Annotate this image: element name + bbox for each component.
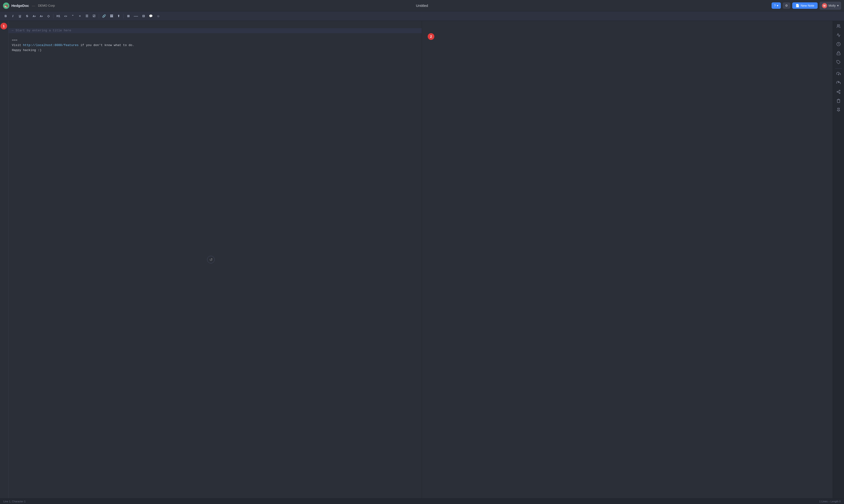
svg-rect-4 <box>837 53 840 55</box>
right-sidebar <box>832 21 844 498</box>
code-button[interactable]: <> <box>62 13 69 19</box>
question-mark-icon: ? <box>774 4 776 7</box>
pin-icon <box>837 108 841 113</box>
editor-panel: 1 1 ← Start by entering a title here ===… <box>0 21 422 498</box>
editor-body-line1: Visit http://localhost:8080/features if … <box>12 43 134 47</box>
user-menu-button[interactable]: M Molly ▾ <box>820 2 841 10</box>
toolbar-divider-1 <box>53 14 53 18</box>
sidebar-tags-button[interactable] <box>834 58 843 67</box>
status-bar: Line 1, Character 1 1 Lines – Length 0 <box>0 498 844 504</box>
tags-icon <box>837 60 841 65</box>
hrule-button[interactable]: — <box>132 13 140 19</box>
sidebar-push-button[interactable] <box>834 70 843 78</box>
list-button[interactable]: ☰ <box>84 13 90 19</box>
chart-icon <box>837 33 841 38</box>
main-content: 1 1 ← Start by entering a title here ===… <box>0 21 844 498</box>
user-name: Molly <box>829 4 836 7</box>
settings-button[interactable]: ⚙ <box>783 2 790 9</box>
checklist-button[interactable]: ☑ <box>91 13 97 19</box>
align-button[interactable]: ≡ <box>76 13 83 19</box>
new-note-doc-icon: 📄 <box>795 4 799 7</box>
italic-button[interactable]: I <box>10 13 16 19</box>
app-name: HedgeDoc <box>12 3 29 7</box>
svg-point-10 <box>839 92 840 94</box>
sidebar-lock-button[interactable] <box>834 49 843 58</box>
toggle-arrow-icon: ↺ <box>209 257 212 262</box>
table-button[interactable]: ⊞ <box>125 13 132 19</box>
svg-point-8 <box>839 90 840 91</box>
quote-button[interactable]: " <box>69 13 76 19</box>
svg-line-12 <box>838 91 839 92</box>
user-chevron-icon: ▾ <box>837 4 839 7</box>
new-note-button[interactable]: 📄 New Note <box>792 2 817 9</box>
svg-line-11 <box>838 92 839 93</box>
sidebar-history-button[interactable] <box>834 40 843 49</box>
push-icon <box>837 72 841 77</box>
upload-button[interactable]: ⬆ <box>115 13 122 19</box>
sidebar-pull-button[interactable] <box>834 79 843 88</box>
preview-panel: 2 <box>422 21 832 498</box>
help-chevron-icon: ▾ <box>777 4 778 7</box>
link-button[interactable]: 🔗 <box>101 13 107 19</box>
svg-text:🦔: 🦔 <box>4 3 8 8</box>
bold-button[interactable]: B <box>2 13 9 19</box>
users-icon <box>837 24 841 29</box>
sidebar-users-button[interactable] <box>834 22 843 31</box>
share-icon <box>837 90 841 95</box>
editor-body-line2: Happy hacking :) <box>12 49 41 52</box>
tour-badge-2: 2 <box>428 33 434 40</box>
sidebar-pin-button[interactable] <box>834 106 843 114</box>
line-numbers: 1 <box>0 21 8 498</box>
sidebar-analytics-button[interactable] <box>834 31 843 40</box>
gear-icon: ⚙ <box>785 4 788 7</box>
document-title: Untitled <box>416 3 428 7</box>
editor-content[interactable]: ← Start by entering a title here === Vis… <box>8 21 422 498</box>
hedgedoc-logo-icon: 🦔 <box>3 2 10 9</box>
emoji-button[interactable]: ☺ <box>155 13 161 19</box>
pull-icon <box>837 81 841 86</box>
image-button[interactable]: 🖼 <box>108 13 115 19</box>
underline-button[interactable]: U <box>17 13 23 19</box>
mark-button[interactable]: ◇ <box>45 13 52 19</box>
logo-area: 🦔 HedgeDoc — DEMO Corp <box>3 2 55 9</box>
user-initial: M <box>823 4 826 7</box>
sidebar-divider <box>835 68 842 69</box>
panel-toggle-button[interactable]: ↺ <box>207 256 215 264</box>
clock-icon <box>837 42 841 47</box>
line-number: 1 <box>2 24 6 29</box>
svg-point-2 <box>837 24 839 26</box>
sidebar-delete-button[interactable] <box>834 97 843 106</box>
avatar: M <box>822 3 827 8</box>
org-separator: — <box>32 4 35 7</box>
svg-point-9 <box>837 91 838 92</box>
subscript-button[interactable]: Ax <box>31 13 37 19</box>
editor-toolbar: B I U S Ax Ax ◇ H1 <> " ≡ ☰ ☑ 🔗 🖼 ⬆ ⊞ — … <box>0 12 844 21</box>
editor-divider-line: === <box>12 38 17 42</box>
new-note-label: New Note <box>801 4 814 7</box>
superscript-button[interactable]: Ax <box>38 13 45 19</box>
top-navigation: 🦔 HedgeDoc — DEMO Corp Untitled ? ▾ ⚙ 📄 … <box>0 0 844 12</box>
columns-button[interactable]: ⊟ <box>140 13 147 19</box>
comment-button[interactable]: 💬 <box>147 13 154 19</box>
strikethrough-button[interactable]: S <box>24 13 30 19</box>
help-button[interactable]: ? ▾ <box>772 2 780 9</box>
editor-placeholder-line: ← Start by entering a title here <box>12 29 71 32</box>
cursor-position: Line 1, Character 1 <box>3 500 25 503</box>
trash-icon <box>837 99 841 104</box>
heading-button[interactable]: H1 <box>55 13 62 19</box>
lock-icon <box>837 51 841 56</box>
document-stats: 1 Lines – Length 0 <box>819 500 841 503</box>
sidebar-share-button[interactable] <box>834 88 843 96</box>
org-name: DEMO Corp <box>38 4 55 7</box>
